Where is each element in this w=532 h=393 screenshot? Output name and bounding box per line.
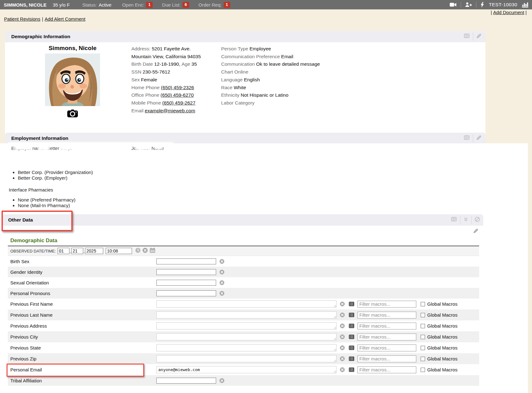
- field-value: Ok to leave detailed message: [256, 61, 320, 67]
- field-label: Email: [131, 108, 144, 113]
- bar-chart-icon[interactable]: [522, 2, 528, 8]
- value-textarea[interactable]: [156, 333, 337, 340]
- field-label: SSN: [131, 69, 141, 74]
- macros-menu-icon[interactable]: [349, 367, 354, 372]
- demo-field-line: Home Phone(650) 459-2326: [131, 84, 202, 92]
- filter-macros-input[interactable]: [357, 323, 416, 329]
- disable-icon[interactable]: [474, 217, 480, 223]
- journal-icon[interactable]: [451, 217, 457, 223]
- clear-icon[interactable]: [219, 280, 225, 285]
- edit-pencil-icon[interactable]: [476, 135, 482, 142]
- global-macros-checkbox[interactable]: [421, 346, 425, 350]
- add-person-icon[interactable]: [465, 2, 472, 7]
- collapse-icon[interactable]: [463, 217, 469, 223]
- global-macros-checkbox[interactable]: [421, 357, 425, 361]
- edit-pencil-icon[interactable]: [476, 33, 482, 40]
- date-separator: -: [70, 250, 71, 256]
- journal-icon[interactable]: [464, 135, 470, 142]
- row-label: Previous Zip: [8, 356, 156, 361]
- camera-icon[interactable]: [39, 109, 106, 119]
- clear-icon[interactable]: [340, 323, 345, 329]
- value-input[interactable]: [156, 269, 216, 275]
- clear-icon[interactable]: [219, 291, 225, 296]
- value-textarea[interactable]: anyone@mieweb.com: [156, 366, 337, 373]
- value-textarea[interactable]: [156, 322, 337, 329]
- field-label: Sex: [131, 77, 140, 82]
- filter-macros-input[interactable]: [357, 366, 416, 373]
- clear-icon[interactable]: [340, 356, 345, 361]
- clear-icon[interactable]: [219, 269, 225, 275]
- filter-macros-input[interactable]: [357, 345, 416, 351]
- field-link[interactable]: (650) 459-2627: [162, 100, 195, 105]
- field-link[interactable]: (650) 459-2326: [161, 85, 194, 90]
- filter-macros-input[interactable]: [357, 334, 416, 340]
- due-list-badge[interactable]: 6: [183, 2, 189, 8]
- value-input[interactable]: [156, 290, 216, 296]
- clock-icon[interactable]: [135, 248, 141, 254]
- value-input[interactable]: [156, 378, 216, 384]
- global-macros-label: Global Macros: [427, 334, 458, 339]
- global-macros-checkbox[interactable]: [421, 368, 425, 372]
- observed-day-input[interactable]: [71, 248, 83, 254]
- clear-icon[interactable]: [340, 312, 345, 318]
- divider: [461, 2, 461, 8]
- add-document-link[interactable]: Add Document: [493, 10, 524, 15]
- table-row: Previous First NameGlobal Macros: [8, 299, 479, 309]
- field-label: Home Phone: [131, 85, 160, 90]
- demo-field-line: Mountain View, California 94035: [131, 53, 202, 61]
- clear-icon[interactable]: [340, 334, 345, 339]
- macros-menu-icon[interactable]: [349, 302, 354, 306]
- value-input[interactable]: [156, 280, 216, 286]
- patient-revisions-link[interactable]: Patient Revisions: [4, 16, 40, 22]
- field-label: Communication: [221, 61, 255, 67]
- macros-menu-icon[interactable]: [349, 324, 354, 328]
- field-value: 12-18-1990,: [154, 61, 180, 67]
- filter-macros-input[interactable]: [357, 312, 416, 319]
- macros-menu-icon[interactable]: [349, 356, 354, 361]
- patient-photo[interactable]: [45, 102, 100, 107]
- clear-icon[interactable]: [219, 378, 225, 383]
- order-req-badge[interactable]: 1: [224, 2, 230, 8]
- demo-field-line: RaceWhite: [221, 84, 321, 92]
- global-macros-checkbox[interactable]: [421, 313, 425, 317]
- patient-name: SIMMONS, NICOLE: [4, 2, 47, 8]
- observed-year-input[interactable]: [85, 248, 103, 254]
- global-macros-label: Global Macros: [427, 345, 458, 350]
- global-macros-label: Global Macros: [427, 301, 458, 307]
- edit-pencil-icon[interactable]: [473, 229, 479, 235]
- filter-macros-input[interactable]: [357, 301, 416, 308]
- add-alert-comment-link[interactable]: Add Alert Comment: [45, 16, 85, 22]
- macros-menu-icon[interactable]: [349, 345, 354, 350]
- global-macros-checkbox[interactable]: [421, 335, 425, 339]
- calendar-icon[interactable]: [149, 248, 155, 254]
- clear-icon[interactable]: [340, 367, 345, 372]
- value-textarea[interactable]: [156, 344, 337, 351]
- open-enc-badge[interactable]: 1: [146, 2, 153, 8]
- clear-icon[interactable]: [219, 259, 225, 264]
- list-item: Better Corp. (Provider Organization): [18, 170, 528, 175]
- lightning-bolt-icon[interactable]: [480, 2, 484, 8]
- clear-icon[interactable]: [340, 345, 345, 350]
- value-textarea[interactable]: [156, 311, 337, 319]
- global-macros-checkbox[interactable]: [421, 302, 425, 306]
- field-label: Ethnicity: [221, 92, 240, 98]
- macros-menu-icon[interactable]: [349, 334, 354, 339]
- order-req-label: Order Req:: [199, 2, 222, 8]
- field-link[interactable]: (650) 459-6270: [160, 92, 194, 98]
- clear-icon[interactable]: [142, 248, 148, 254]
- field-link[interactable]: example@mieweb.com: [145, 108, 195, 113]
- filter-macros-input[interactable]: [357, 355, 416, 362]
- patient-display-name: Simmons, Nicole: [39, 45, 106, 52]
- observed-time-input[interactable]: [106, 248, 132, 254]
- value-textarea[interactable]: [156, 355, 337, 362]
- value-input[interactable]: [156, 258, 216, 264]
- observed-month-input[interactable]: [58, 248, 69, 254]
- global-macros-checkbox[interactable]: [421, 324, 425, 328]
- video-camera-icon[interactable]: [450, 3, 457, 7]
- other-data-rows: Birth SexGender IdentitySexual Orientati…: [8, 256, 479, 386]
- macros-menu-icon[interactable]: [349, 313, 354, 317]
- field-value: 5201 Fayette Ave.: [152, 46, 191, 51]
- value-textarea[interactable]: [156, 300, 337, 308]
- journal-icon[interactable]: [464, 33, 470, 40]
- clear-icon[interactable]: [340, 301, 345, 307]
